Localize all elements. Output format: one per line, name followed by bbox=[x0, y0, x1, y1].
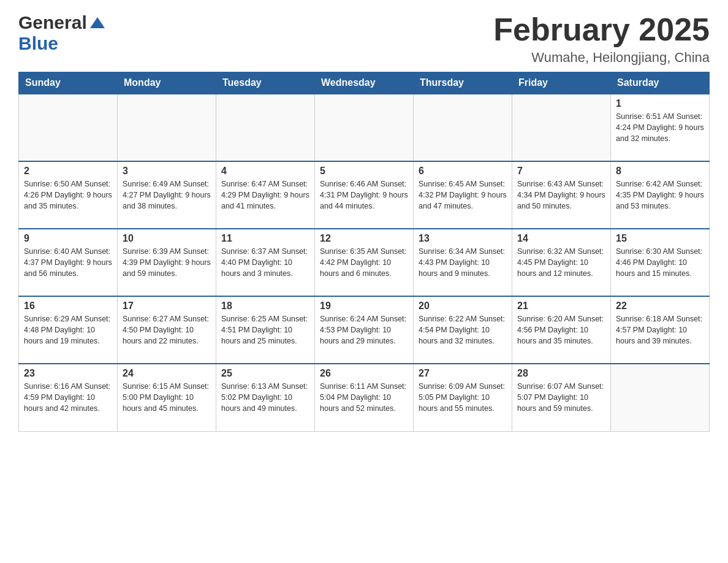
day-number: 24 bbox=[123, 368, 211, 379]
table-row: 26Sunrise: 6:11 AM Sunset: 5:04 PM Dayli… bbox=[315, 364, 414, 431]
table-row: 10Sunrise: 6:39 AM Sunset: 4:39 PM Dayli… bbox=[118, 229, 216, 296]
day-number: 15 bbox=[616, 233, 704, 244]
day-number: 9 bbox=[24, 233, 112, 244]
table-row: 18Sunrise: 6:25 AM Sunset: 4:51 PM Dayli… bbox=[216, 296, 315, 364]
table-row: 2Sunrise: 6:50 AM Sunset: 4:26 PM Daylig… bbox=[19, 161, 118, 229]
day-number: 17 bbox=[123, 301, 211, 312]
day-info: Sunrise: 6:13 AM Sunset: 5:02 PM Dayligh… bbox=[221, 381, 309, 414]
day-info: Sunrise: 6:24 AM Sunset: 4:53 PM Dayligh… bbox=[320, 313, 408, 347]
table-row: 1Sunrise: 6:51 AM Sunset: 4:24 PM Daylig… bbox=[611, 94, 710, 161]
day-number: 1 bbox=[616, 98, 704, 109]
day-number: 27 bbox=[419, 368, 507, 379]
table-row: 19Sunrise: 6:24 AM Sunset: 4:53 PM Dayli… bbox=[315, 296, 414, 364]
table-row bbox=[118, 94, 216, 161]
table-row: 21Sunrise: 6:20 AM Sunset: 4:56 PM Dayli… bbox=[512, 296, 611, 364]
table-row bbox=[512, 94, 611, 161]
table-row: 20Sunrise: 6:22 AM Sunset: 4:54 PM Dayli… bbox=[414, 296, 512, 364]
day-number: 4 bbox=[221, 166, 309, 177]
day-number: 22 bbox=[616, 301, 704, 312]
day-info: Sunrise: 6:09 AM Sunset: 5:05 PM Dayligh… bbox=[419, 381, 507, 414]
day-number: 26 bbox=[320, 368, 408, 379]
day-info: Sunrise: 6:47 AM Sunset: 4:29 PM Dayligh… bbox=[221, 178, 309, 212]
table-row bbox=[19, 94, 118, 161]
header-sunday: Sunday bbox=[19, 72, 118, 94]
table-row: 28Sunrise: 6:07 AM Sunset: 5:07 PM Dayli… bbox=[512, 364, 611, 431]
day-info: Sunrise: 6:45 AM Sunset: 4:32 PM Dayligh… bbox=[419, 178, 507, 212]
day-info: Sunrise: 6:51 AM Sunset: 4:24 PM Dayligh… bbox=[616, 111, 704, 144]
day-info: Sunrise: 6:15 AM Sunset: 5:00 PM Dayligh… bbox=[123, 381, 211, 414]
day-info: Sunrise: 6:40 AM Sunset: 4:37 PM Dayligh… bbox=[24, 246, 112, 279]
day-number: 23 bbox=[24, 368, 112, 379]
day-info: Sunrise: 6:46 AM Sunset: 4:31 PM Dayligh… bbox=[320, 178, 408, 212]
day-info: Sunrise: 6:34 AM Sunset: 4:43 PM Dayligh… bbox=[419, 246, 507, 279]
header-thursday: Thursday bbox=[414, 72, 512, 94]
day-number: 5 bbox=[320, 166, 408, 177]
logo-icon bbox=[89, 15, 105, 31]
table-row: 3Sunrise: 6:49 AM Sunset: 4:27 PM Daylig… bbox=[118, 161, 216, 229]
day-info: Sunrise: 6:20 AM Sunset: 4:56 PM Dayligh… bbox=[517, 313, 605, 347]
day-info: Sunrise: 6:37 AM Sunset: 4:40 PM Dayligh… bbox=[221, 246, 309, 279]
month-title: February 2025 bbox=[493, 12, 710, 47]
day-number: 28 bbox=[517, 368, 605, 379]
table-row: 23Sunrise: 6:16 AM Sunset: 4:59 PM Dayli… bbox=[19, 364, 118, 431]
logo-general-text: General bbox=[18, 12, 87, 33]
day-info: Sunrise: 6:16 AM Sunset: 4:59 PM Dayligh… bbox=[24, 381, 112, 414]
day-info: Sunrise: 6:07 AM Sunset: 5:07 PM Dayligh… bbox=[517, 381, 605, 414]
table-row bbox=[315, 94, 414, 161]
day-number: 11 bbox=[221, 233, 309, 244]
day-number: 2 bbox=[24, 166, 112, 177]
calendar-week-row: 23Sunrise: 6:16 AM Sunset: 4:59 PM Dayli… bbox=[19, 364, 710, 431]
table-row: 13Sunrise: 6:34 AM Sunset: 4:43 PM Dayli… bbox=[414, 229, 512, 296]
calendar-header-row: Sunday Monday Tuesday Wednesday Thursday… bbox=[19, 72, 710, 94]
table-row: 8Sunrise: 6:42 AM Sunset: 4:35 PM Daylig… bbox=[611, 161, 710, 229]
day-info: Sunrise: 6:43 AM Sunset: 4:34 PM Dayligh… bbox=[517, 178, 605, 212]
table-row: 5Sunrise: 6:46 AM Sunset: 4:31 PM Daylig… bbox=[315, 161, 414, 229]
header-tuesday: Tuesday bbox=[216, 72, 315, 94]
table-row: 15Sunrise: 6:30 AM Sunset: 4:46 PM Dayli… bbox=[611, 229, 710, 296]
table-row: 11Sunrise: 6:37 AM Sunset: 4:40 PM Dayli… bbox=[216, 229, 315, 296]
table-row: 6Sunrise: 6:45 AM Sunset: 4:32 PM Daylig… bbox=[414, 161, 512, 229]
calendar-week-row: 2Sunrise: 6:50 AM Sunset: 4:26 PM Daylig… bbox=[19, 161, 710, 229]
title-block: February 2025 Wumahe, Heilongjiang, Chin… bbox=[493, 12, 710, 66]
day-number: 25 bbox=[221, 368, 309, 379]
table-row bbox=[611, 364, 710, 431]
day-number: 8 bbox=[616, 166, 704, 177]
table-row: 12Sunrise: 6:35 AM Sunset: 4:42 PM Dayli… bbox=[315, 229, 414, 296]
table-row: 16Sunrise: 6:29 AM Sunset: 4:48 PM Dayli… bbox=[19, 296, 118, 364]
logo: General Blue bbox=[18, 12, 105, 54]
table-row bbox=[216, 94, 315, 161]
calendar-week-row: 1Sunrise: 6:51 AM Sunset: 4:24 PM Daylig… bbox=[19, 94, 710, 161]
header-wednesday: Wednesday bbox=[315, 72, 414, 94]
table-row: 4Sunrise: 6:47 AM Sunset: 4:29 PM Daylig… bbox=[216, 161, 315, 229]
header-saturday: Saturday bbox=[611, 72, 710, 94]
day-number: 10 bbox=[123, 233, 211, 244]
table-row: 7Sunrise: 6:43 AM Sunset: 4:34 PM Daylig… bbox=[512, 161, 611, 229]
day-info: Sunrise: 6:29 AM Sunset: 4:48 PM Dayligh… bbox=[24, 313, 112, 347]
page-header: General Blue February 2025 Wumahe, Heilo… bbox=[18, 12, 710, 66]
day-number: 20 bbox=[419, 301, 507, 312]
day-number: 21 bbox=[517, 301, 605, 312]
day-info: Sunrise: 6:30 AM Sunset: 4:46 PM Dayligh… bbox=[616, 246, 704, 279]
day-info: Sunrise: 6:35 AM Sunset: 4:42 PM Dayligh… bbox=[320, 246, 408, 279]
table-row: 25Sunrise: 6:13 AM Sunset: 5:02 PM Dayli… bbox=[216, 364, 315, 431]
logo-blue-text: Blue bbox=[18, 33, 58, 53]
day-info: Sunrise: 6:25 AM Sunset: 4:51 PM Dayligh… bbox=[221, 313, 309, 347]
table-row: 22Sunrise: 6:18 AM Sunset: 4:57 PM Dayli… bbox=[611, 296, 710, 364]
table-row bbox=[414, 94, 512, 161]
svg-marker-0 bbox=[90, 17, 105, 28]
table-row: 17Sunrise: 6:27 AM Sunset: 4:50 PM Dayli… bbox=[118, 296, 216, 364]
table-row: 27Sunrise: 6:09 AM Sunset: 5:05 PM Dayli… bbox=[414, 364, 512, 431]
location-title: Wumahe, Heilongjiang, China bbox=[493, 50, 710, 66]
day-info: Sunrise: 6:22 AM Sunset: 4:54 PM Dayligh… bbox=[419, 313, 507, 347]
table-row: 9Sunrise: 6:40 AM Sunset: 4:37 PM Daylig… bbox=[19, 229, 118, 296]
day-info: Sunrise: 6:42 AM Sunset: 4:35 PM Dayligh… bbox=[616, 178, 704, 212]
day-info: Sunrise: 6:18 AM Sunset: 4:57 PM Dayligh… bbox=[616, 313, 704, 347]
day-number: 16 bbox=[24, 301, 112, 312]
day-number: 13 bbox=[419, 233, 507, 244]
table-row: 14Sunrise: 6:32 AM Sunset: 4:45 PM Dayli… bbox=[512, 229, 611, 296]
day-number: 7 bbox=[517, 166, 605, 177]
day-info: Sunrise: 6:32 AM Sunset: 4:45 PM Dayligh… bbox=[517, 246, 605, 279]
day-info: Sunrise: 6:50 AM Sunset: 4:26 PM Dayligh… bbox=[24, 178, 112, 212]
calendar-week-row: 16Sunrise: 6:29 AM Sunset: 4:48 PM Dayli… bbox=[19, 296, 710, 364]
day-info: Sunrise: 6:49 AM Sunset: 4:27 PM Dayligh… bbox=[123, 178, 211, 212]
